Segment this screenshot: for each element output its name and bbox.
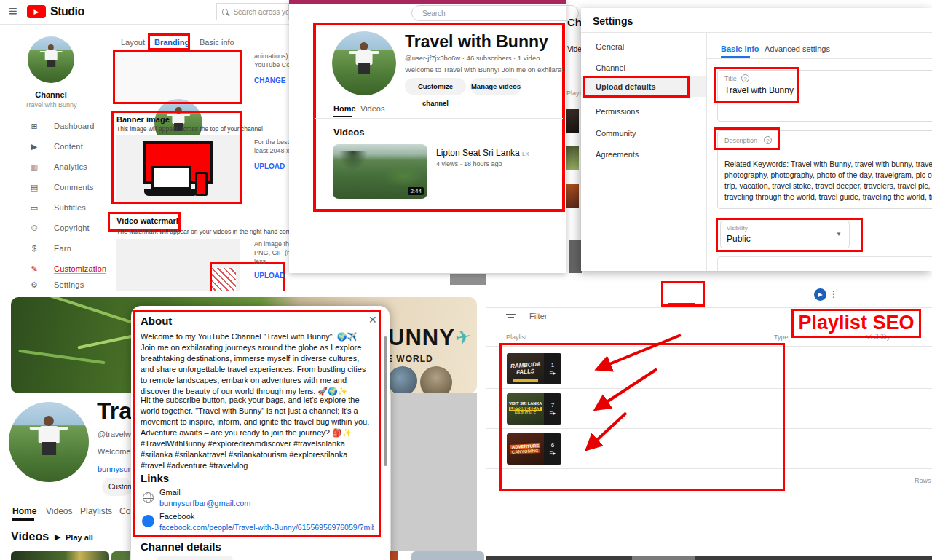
- sidebar-item-subtitles[interactable]: ▭Subtitles: [0, 198, 108, 217]
- picture-hint-2: YouTube Com: [254, 61, 289, 68]
- video-thumbnail-lipton-seat[interactable]: 2:44: [333, 144, 427, 199]
- channel-tab-home-underline: [12, 518, 34, 521]
- video-thumbnail-partial-2[interactable]: [111, 551, 130, 560]
- playlist-stack-icon: ≡▸: [550, 370, 556, 376]
- playlists-content-window: Videos Shorts Live Posts Playlists Podca…: [486, 273, 932, 560]
- visibility-select[interactable]: Visibility Public ▼: [720, 221, 850, 248]
- preview-channel-avatar[interactable]: [332, 31, 396, 95]
- menu-icon[interactable]: ≡: [9, 3, 17, 20]
- title-help-icon[interactable]: ?: [741, 74, 749, 82]
- facebook-icon: [142, 515, 154, 527]
- video-title[interactable]: Lipton Seat Sri Lanka LK: [436, 148, 529, 158]
- tab-layout[interactable]: Layout: [121, 38, 145, 47]
- banner-preview-panel: [116, 135, 240, 202]
- studio-window: ≡ ▶ Studio Search across you Channel Tra…: [0, 0, 290, 291]
- preview-tab-videos[interactable]: Videos: [360, 104, 384, 113]
- settings-nav-permissions[interactable]: Permissions: [596, 107, 639, 116]
- settings-nav-agreements[interactable]: Agreements: [596, 150, 639, 159]
- next-field-partial: [717, 256, 932, 271]
- customize-channel-button[interactable]: Customi: [102, 478, 132, 496]
- settings-tab-basic-info[interactable]: Basic info: [721, 44, 759, 53]
- tab-branding[interactable]: Branding: [154, 38, 189, 47]
- horizontal-scrollbar-thumb[interactable]: [450, 274, 486, 285]
- watermark-preview-panel: [116, 239, 240, 291]
- settings-nav-upload-defaults[interactable]: Upload defaults: [596, 82, 656, 91]
- watermark-hatch-swatch: [211, 268, 236, 291]
- strip-thumb-1: [566, 109, 579, 133]
- about-scrollbar[interactable]: [384, 336, 387, 466]
- sidebar-item-copyright[interactable]: ©Copyright: [0, 218, 108, 237]
- strip-thumb-2: [566, 146, 579, 170]
- dialog-scrim: [391, 393, 477, 551]
- description-input[interactable]: Description ? Related Keywords: Travel w…: [717, 130, 932, 209]
- playlist-thumbnail-new-adventure[interactable]: ADVENTURE CANYONING 6≡▸: [507, 433, 561, 465]
- banner-upload-button[interactable]: UPLOAD: [254, 162, 285, 170]
- channel-title: Trav: [97, 398, 132, 425]
- play-all-icon: ▶: [55, 532, 60, 542]
- settings-nav-channel[interactable]: Channel: [596, 63, 625, 72]
- preview-tab-home[interactable]: Home: [333, 104, 356, 113]
- preview-videos-heading: Videos: [333, 127, 364, 138]
- banner-hint-1: For the best re: [254, 138, 289, 146]
- close-icon[interactable]: ✕: [368, 314, 377, 326]
- channel-avatar[interactable]: [9, 402, 89, 482]
- play-all-button[interactable]: Play all: [66, 533, 93, 542]
- gmail-globe-icon: [143, 492, 154, 503]
- channel-link[interactable]: bunnysurfb: [98, 465, 132, 473]
- gmail-label: Gmail: [159, 488, 181, 497]
- playlist-thumbnail-sri-lanka[interactable]: VISIT SRI LANKA LIPTON'S SEAT HAPUTALE 7…: [507, 393, 561, 425]
- description-field-text: Related Keywords: Travel with Bunny, tra…: [724, 159, 932, 202]
- channel-tab-videos[interactable]: Videos: [46, 506, 72, 516]
- change-button[interactable]: CHANGE: [254, 76, 285, 84]
- settings-tab-advanced[interactable]: Advanced settings: [765, 44, 830, 53]
- settings-gear-icon: ⚙: [29, 280, 39, 290]
- watermark-section-subtitle: The watermark will appear on your videos…: [116, 228, 289, 235]
- title-input[interactable]: Title ? Travel with Bunny: [717, 70, 932, 122]
- analytics-icon: ▥: [29, 162, 39, 172]
- facebook-link[interactable]: facebook.com/people/Travel-with-Bunny/61…: [159, 523, 374, 532]
- video-title-badge: LK: [522, 151, 529, 157]
- video-thumbnail-partial-3[interactable]: [390, 551, 398, 560]
- phone-illustration: [195, 172, 208, 196]
- video-thumbnail-partial-1[interactable]: [11, 551, 109, 560]
- search-icon: [222, 9, 228, 15]
- dashboard-icon: ⊞: [29, 122, 39, 131]
- channel-welcome-text[interactable]: Welcome t: [98, 447, 132, 456]
- settings-nav-community[interactable]: Community: [596, 129, 636, 138]
- sidebar-item-content[interactable]: ▶Content: [0, 137, 108, 156]
- youtube-studio-logo[interactable]: ▶ Studio: [27, 5, 84, 18]
- preview-channel-description[interactable]: Welcome to Travel with Bunny! Join me on…: [405, 66, 564, 74]
- title-field-label: Title: [724, 75, 737, 82]
- settings-nav-general[interactable]: General: [596, 42, 624, 51]
- sidebar-item-comments[interactable]: ▤Comments: [0, 178, 108, 197]
- create-playlist-icon[interactable]: ▶: [814, 288, 826, 301]
- tab-playlists-underline: [668, 303, 695, 305]
- sidebar-item-dashboard[interactable]: ⊞Dashboard: [0, 117, 108, 135]
- description-field-label: Description: [724, 137, 757, 144]
- more-options-icon[interactable]: ⋮: [829, 289, 838, 299]
- card-search-box[interactable]: Search: [411, 5, 579, 21]
- tab-basic-info[interactable]: Basic info: [200, 38, 234, 47]
- visibility-field-value: Public: [727, 234, 751, 244]
- channel-tab-home[interactable]: Home: [12, 506, 36, 516]
- channel-details-partial-button[interactable]: [157, 556, 233, 560]
- sidebar-item-analytics[interactable]: ▥Analytics: [0, 157, 108, 176]
- studio-channel-avatar[interactable]: [28, 36, 74, 83]
- studio-search-box[interactable]: Search across you: [216, 3, 289, 20]
- watermark-upload-button[interactable]: UPLOAD: [254, 272, 285, 280]
- customize-channel-button[interactable]: Customize channel: [405, 78, 466, 95]
- filter-input[interactable]: Filter: [529, 312, 547, 320]
- settings-dialog: Settings General Channel Upload defaults…: [581, 8, 932, 271]
- description-help-icon[interactable]: ?: [764, 136, 772, 144]
- playlist-thumbnail-waterfalls[interactable]: RAMBODA FALLS 1≡▸: [507, 353, 561, 384]
- channel-tab-playlists[interactable]: Playlists: [80, 506, 112, 516]
- gmail-link[interactable]: bunnysurfbar@gmail.com: [159, 499, 251, 508]
- settings-title: Settings: [593, 15, 633, 27]
- column-header-visibility: Visibility: [866, 334, 890, 341]
- channel-tab-community[interactable]: Co: [119, 506, 130, 516]
- video-thumbnail-partial-4[interactable]: [411, 551, 484, 560]
- about-title: About: [141, 315, 172, 327]
- manage-videos-button[interactable]: Manage videos: [470, 78, 521, 95]
- sidebar-item-earn[interactable]: $Earn: [0, 239, 108, 258]
- picture-hint-1: animations) fi: [254, 52, 289, 60]
